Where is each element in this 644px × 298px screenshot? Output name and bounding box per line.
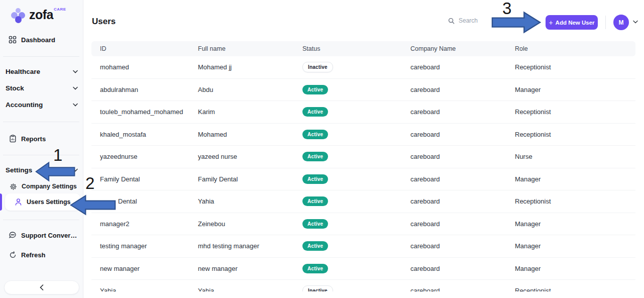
sidebar-divider — [3, 155, 79, 155]
cell-role: Manager — [515, 265, 635, 272]
cell-company-name: careboard — [410, 86, 515, 93]
page-title: Users — [92, 17, 116, 27]
plus-icon: + — [549, 19, 553, 26]
table-row[interactable]: mohamed Mohamed jj Inactive careboard Re… — [91, 56, 635, 79]
cell-role: Receptionist — [515, 108, 635, 116]
sidebar-item-label: Healthcare — [6, 68, 40, 75]
column-header-company-name: Company Name — [410, 45, 515, 52]
cell-status: Inactive — [302, 285, 410, 291]
zofa-flower-icon — [11, 8, 26, 24]
cell-company-name: careboard — [410, 175, 515, 183]
table-header-row: ID Full name Status Company Name Role — [91, 41, 635, 56]
cell-id: touleb_mohamed_mohamed — [91, 108, 198, 116]
logo: zofa CARE — [11, 7, 66, 24]
cell-id: new manager — [91, 265, 198, 272]
cell-id: Family Dental — [91, 175, 198, 183]
sidebar-item-settings[interactable]: Settings — [6, 166, 78, 174]
sidebar-item-label: Settings — [6, 166, 32, 174]
user-icon — [14, 198, 22, 206]
table-row[interactable]: touleb_mohamed_mohamed Karim Active care… — [91, 101, 635, 124]
column-header-full-name: Full name — [198, 45, 302, 52]
chevron-down-icon — [73, 70, 78, 73]
cell-id: Yahia — [91, 287, 198, 291]
cell-full-name: Mohamed jj — [198, 63, 302, 71]
cell-company-name: careboard — [410, 131, 515, 138]
collapse-sidebar-button[interactable] — [4, 280, 79, 294]
add-new-user-button[interactable]: + Add New User — [546, 15, 598, 30]
app-window: zofa CARE Dashboard Healthcare Stock — [0, 0, 644, 298]
sidebar-divider — [3, 122, 79, 122]
table-row[interactable]: yazeednurse yazeed nurse Active careboar… — [91, 146, 635, 168]
cell-company-name: careboard — [410, 153, 515, 160]
cell-full-name: Abdu — [198, 86, 302, 93]
sidebar-divider — [3, 220, 79, 220]
brand-name: zofa — [29, 7, 53, 22]
sidebar-item-label: Reports — [21, 135, 46, 143]
chat-bubble-icon — [8, 231, 17, 239]
sidebar-item-dashboard[interactable]: Dashboard — [0, 33, 83, 46]
table-row[interactable]: Family Dental Family Dental Active careb… — [91, 168, 635, 191]
sidebar-item-stock[interactable]: Stock — [6, 84, 78, 92]
cell-company-name: careboard — [410, 197, 515, 205]
cell-status: Active — [302, 264, 410, 273]
sidebar-item-label: Users Settings — [27, 198, 71, 206]
chevron-left-icon — [40, 284, 44, 290]
sidebar-item-accounting[interactable]: Accounting — [6, 101, 78, 109]
sidebar-divider — [3, 56, 79, 57]
cell-id: Dental — [91, 197, 198, 205]
cell-full-name: Mohamed — [198, 131, 302, 138]
cell-status: Active — [302, 130, 410, 139]
cell-id: mohamed — [91, 63, 198, 71]
status-badge: Active — [302, 174, 328, 184]
sidebar-item-label: Stock — [6, 84, 24, 92]
status-badge: Active — [302, 196, 328, 206]
table-row[interactable]: abdulrahman Abdu Active careboard Manage… — [91, 79, 635, 102]
cell-company-name: careboard — [410, 220, 515, 228]
sidebar-item-reports[interactable]: Reports — [0, 132, 83, 145]
sidebar-item-label: Accounting — [6, 101, 43, 109]
search-box[interactable] — [448, 17, 514, 24]
table-row[interactable]: Dental Yahia Active careboard Receptioni… — [91, 190, 635, 213]
cell-role: Receptionist — [515, 197, 635, 205]
sidebar-item-support-conversations[interactable]: Support Conversati… — [0, 229, 83, 242]
cell-full-name: Yahia — [198, 287, 302, 291]
cell-company-name: careboard — [410, 287, 515, 291]
cell-role: Manager — [515, 220, 635, 228]
status-badge: Active — [302, 219, 328, 229]
table-row[interactable]: new manager new manager Active careboard… — [91, 258, 635, 280]
dashboard-grid-icon — [8, 36, 17, 44]
status-badge: Active — [302, 130, 328, 139]
table-row[interactable]: manager2 Zeinebou Active careboard Manag… — [91, 213, 635, 236]
status-badge: Inactive — [302, 285, 333, 291]
cell-id: abdulrahman — [91, 86, 198, 93]
table-row[interactable]: Yahia Yahia Inactive careboard Reception… — [91, 280, 635, 291]
search-input[interactable] — [459, 17, 514, 24]
header-divider — [605, 16, 606, 29]
sidebar-item-label: Company Settings — [22, 183, 77, 190]
cell-role: Manager — [515, 242, 635, 250]
cell-company-name: careboard — [410, 265, 515, 272]
users-table: ID Full name Status Company Name Role mo… — [91, 41, 635, 291]
clipboard-icon — [8, 135, 17, 143]
sidebar-item-refresh[interactable]: Refresh — [0, 248, 83, 261]
sidebar-item-users-settings[interactable]: Users Settings — [5, 193, 80, 211]
cell-id: yazeednurse — [91, 153, 198, 160]
avatar[interactable]: M — [613, 15, 629, 30]
table-row[interactable]: testing manager mhd testing manager Acti… — [91, 235, 635, 258]
cell-company-name: careboard — [410, 242, 515, 250]
refresh-icon — [8, 251, 17, 259]
sidebar-item-label: Support Conversati… — [21, 232, 80, 239]
cell-full-name: mhd testing manager — [198, 242, 302, 250]
cell-full-name: Zeinebou — [198, 220, 302, 228]
sidebar-item-company-settings[interactable]: Company Settings — [9, 179, 79, 193]
status-badge: Active — [302, 85, 328, 94]
sidebar-item-label: Refresh — [21, 251, 45, 259]
cell-status: Active — [302, 174, 410, 184]
avatar-chevron-down-icon[interactable] — [633, 20, 638, 24]
sidebar-item-healthcare[interactable]: Healthcare — [6, 68, 78, 75]
active-item-indicator — [0, 193, 2, 211]
cell-full-name: yazeed nurse — [198, 153, 302, 160]
cell-full-name: Karim — [198, 108, 302, 116]
cell-status: Active — [302, 85, 410, 94]
table-row[interactable]: khaled_mostafa Mohamed Active careboard … — [91, 124, 635, 146]
